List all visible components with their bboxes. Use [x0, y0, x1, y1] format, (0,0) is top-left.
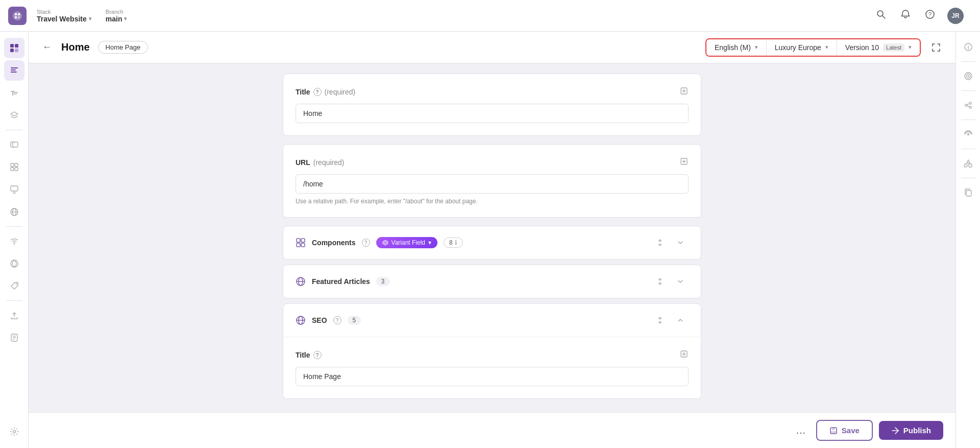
svg-rect-15 — [11, 72, 17, 73]
back-button[interactable]: ← — [39, 39, 55, 56]
svg-rect-9 — [10, 44, 14, 48]
sidebar-item-grid[interactable] — [4, 157, 24, 177]
sidebar-item-dashboard[interactable] — [4, 38, 24, 58]
url-input[interactable] — [296, 174, 689, 194]
avatar[interactable]: JR — [947, 8, 964, 24]
seo-help-icon[interactable]: ? — [333, 316, 341, 324]
svg-point-44 — [967, 76, 969, 77]
bottom-bar: … Save Publish — [29, 412, 955, 448]
stack-name[interactable]: Travel Website ▾ — [37, 15, 91, 23]
sidebar-item-content[interactable] — [4, 60, 24, 81]
left-sidebar: T — [0, 32, 29, 448]
sidebar-item-text[interactable]: T — [4, 83, 24, 103]
language-dropdown[interactable]: English (M) ▾ — [706, 39, 767, 56]
sidebar-item-globe[interactable] — [4, 202, 24, 222]
branch-info: Branch main ▾ — [106, 9, 127, 23]
branch-name[interactable]: main ▾ — [106, 15, 127, 23]
version-dropdown[interactable]: Version 10 Latest ▾ — [837, 39, 920, 56]
publish-button[interactable]: Publish — [879, 421, 943, 440]
title-field-section: Title ? (required) — [283, 74, 701, 136]
branch-chevron-icon: ▾ — [124, 16, 127, 21]
app-logo — [8, 7, 27, 25]
svg-rect-23 — [11, 168, 14, 171]
more-options-button[interactable]: … — [796, 425, 806, 436]
svg-point-0 — [13, 11, 22, 20]
page-title: Home — [61, 41, 90, 53]
featured-articles-expand-button[interactable] — [672, 273, 689, 290]
svg-point-32 — [11, 260, 18, 267]
seo-title-help-icon[interactable]: ? — [313, 351, 322, 359]
seo-count: 5 — [348, 316, 361, 325]
version-badge: Latest — [883, 43, 904, 52]
stack-label: Stack — [37, 9, 91, 15]
title-action-button[interactable] — [679, 86, 689, 98]
featured-articles-reorder-button[interactable] — [652, 273, 668, 290]
region-dropdown[interactable]: Luxury Europe ▾ — [767, 39, 837, 56]
svg-rect-22 — [15, 163, 18, 167]
graph-panel-button[interactable] — [959, 96, 977, 114]
sidebar-item-settings[interactable] — [4, 421, 24, 442]
svg-rect-4 — [18, 16, 20, 18]
svg-point-5 — [877, 11, 883, 16]
variant-field-tag[interactable]: Variant Field ▾ — [376, 237, 437, 248]
notifications-button[interactable] — [898, 7, 913, 24]
seo-collapse-button[interactable] — [672, 312, 689, 328]
svg-rect-14 — [11, 69, 16, 70]
seo-label: SEO — [312, 316, 327, 324]
featured-articles-count: 3 — [376, 277, 390, 286]
target-panel-button[interactable] — [959, 67, 977, 85]
title-input[interactable] — [296, 104, 689, 123]
info-panel-button[interactable] — [959, 38, 977, 56]
featured-articles-section: Featured Articles 3 — [283, 265, 701, 298]
copy-panel-button[interactable] — [959, 183, 977, 202]
fullscreen-button[interactable] — [927, 38, 945, 57]
version-chevron-icon: ▾ — [909, 44, 912, 51]
sidebar-item-layers[interactable] — [4, 105, 24, 126]
sidebar-item-media[interactable] — [4, 134, 24, 155]
components-reorder-button[interactable] — [652, 234, 668, 251]
components-help-icon[interactable]: ? — [362, 239, 370, 247]
sidebar-item-wifi[interactable] — [4, 231, 24, 251]
seo-reorder-button[interactable] — [652, 312, 668, 328]
svg-point-52 — [964, 164, 967, 167]
svg-point-38 — [13, 431, 15, 433]
sidebar-item-upload[interactable] — [4, 305, 24, 325]
svg-point-46 — [969, 102, 971, 104]
svg-line-49 — [967, 106, 969, 107]
url-hint-text: Use a relative path. For example, enter … — [296, 198, 689, 205]
search-button[interactable] — [874, 7, 888, 24]
version-label: Version 10 — [845, 43, 879, 52]
seo-globe-icon — [296, 315, 306, 325]
components-grid-icon — [296, 238, 306, 248]
title-help-icon[interactable]: ? — [313, 88, 322, 96]
svg-point-50 — [967, 133, 969, 135]
sidebar-item-tag[interactable] — [4, 276, 24, 296]
header-dropdowns: English (M) ▾ Luxury Europe ▾ Version 10… — [705, 38, 921, 57]
svg-point-31 — [14, 244, 15, 245]
svg-rect-51 — [969, 164, 972, 167]
seo-title-input[interactable] — [296, 367, 689, 386]
sidebar-item-monitor[interactable] — [4, 179, 24, 200]
stack-info: Stack Travel Website ▾ — [37, 9, 91, 23]
featured-articles-label: Featured Articles — [312, 277, 370, 286]
save-button[interactable]: Save — [816, 420, 873, 441]
svg-rect-3 — [15, 16, 17, 18]
components-section: Components ? Variant Field ▾ 8 ℹ — [283, 226, 701, 260]
topbar: Stack Travel Website ▾ Branch main ▾ ? J… — [0, 0, 980, 32]
sidebar-item-bookmark[interactable] — [4, 327, 24, 348]
components-expand-button[interactable] — [672, 234, 689, 251]
right-sidebar — [955, 32, 980, 448]
svg-rect-1 — [15, 13, 17, 15]
url-action-button[interactable] — [679, 157, 689, 168]
svg-rect-24 — [15, 168, 18, 171]
featured-articles-globe-icon — [296, 276, 306, 287]
seo-title-action-button[interactable] — [679, 349, 689, 361]
broadcast-panel-button[interactable] — [959, 125, 977, 144]
help-button[interactable]: ? — [923, 7, 937, 24]
shapes-panel-button[interactable] — [959, 154, 977, 173]
svg-rect-53 — [966, 191, 971, 196]
title-field-label: Title ? (required) — [296, 88, 355, 96]
svg-rect-25 — [11, 186, 18, 191]
svg-rect-59 — [301, 243, 305, 247]
sidebar-item-globe2[interactable] — [4, 253, 24, 274]
